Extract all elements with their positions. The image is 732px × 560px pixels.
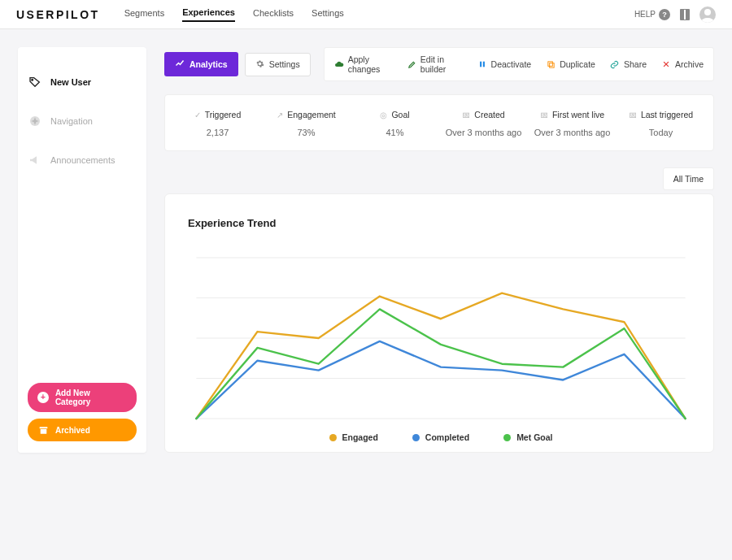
stat-value: Today bbox=[617, 128, 705, 137]
archived-label: Archived bbox=[55, 426, 90, 435]
sidebar: New User Navigation Announcements + Add … bbox=[18, 47, 146, 453]
link-icon bbox=[610, 59, 620, 69]
stat-label-text: Created bbox=[474, 110, 504, 119]
cursor-icon: ↗ bbox=[277, 111, 283, 119]
stat-label-text: Engagement bbox=[287, 110, 336, 119]
stat-value: Over 3 months ago bbox=[439, 128, 528, 137]
stats-card: ✓Triggered 2,137 ↗Engagement 73% ◎Goal 4… bbox=[164, 94, 714, 151]
svg-rect-7 bbox=[548, 61, 553, 66]
stat-label-text: Last triggered bbox=[641, 110, 693, 119]
chart-title: Experience Trend bbox=[188, 217, 694, 229]
content-area: Analytics Settings Apply changes bbox=[164, 47, 714, 453]
legend-engaged: Engaged bbox=[329, 432, 378, 442]
svg-rect-4 bbox=[480, 62, 481, 67]
analytics-label: Analytics bbox=[190, 59, 228, 69]
filter-row: All Time bbox=[164, 167, 714, 190]
top-nav: Segments Experiences Checklists Settings bbox=[124, 7, 344, 22]
edit-builder-button[interactable]: Edit in builder bbox=[401, 51, 469, 77]
help-button[interactable]: HELP ? bbox=[634, 9, 670, 20]
legend-label: Completed bbox=[425, 432, 469, 442]
tool-label: Archive bbox=[675, 59, 704, 69]
nav-settings[interactable]: Settings bbox=[312, 8, 344, 21]
archived-button[interactable]: Archived bbox=[28, 419, 137, 441]
nav-checklists[interactable]: Checklists bbox=[253, 8, 294, 21]
pencil-icon bbox=[407, 59, 416, 69]
analytics-icon bbox=[175, 59, 185, 70]
action-bar: Analytics Settings Apply changes bbox=[164, 47, 714, 81]
stat-value: 2,137 bbox=[173, 128, 262, 137]
archive-icon bbox=[37, 424, 49, 436]
tool-label: Duplicate bbox=[560, 59, 595, 69]
archive-button[interactable]: Archive bbox=[655, 56, 710, 72]
calendar-icon: 📅︎ bbox=[540, 111, 548, 119]
cloud-upload-icon bbox=[334, 59, 344, 69]
megaphone-icon bbox=[28, 153, 42, 167]
analytics-tab[interactable]: Analytics bbox=[164, 52, 238, 76]
time-range-dropdown[interactable]: All Time bbox=[663, 167, 714, 190]
stat-label-text: Triggered bbox=[205, 110, 242, 119]
svg-rect-2 bbox=[39, 427, 47, 428]
sidebar-item-announcements[interactable]: Announcements bbox=[28, 148, 137, 172]
topbar-right: HELP ? bbox=[634, 7, 716, 23]
calendar-icon: 📅︎ bbox=[462, 111, 470, 119]
nav-segments[interactable]: Segments bbox=[124, 8, 165, 21]
sidebar-item-label: Navigation bbox=[50, 116, 93, 126]
completed-dot bbox=[412, 434, 420, 441]
stat-label-text: Goal bbox=[391, 110, 409, 119]
brand-logo: USERPILOT bbox=[16, 8, 100, 21]
stat-created: 📅︎Created Over 3 months ago bbox=[439, 110, 528, 137]
pause-icon bbox=[477, 59, 487, 69]
chart-legend: Engaged Completed Met Goal bbox=[188, 432, 694, 442]
apply-changes-button[interactable]: Apply changes bbox=[328, 51, 399, 77]
stat-first-live: 📅︎First went live Over 3 months ago bbox=[528, 110, 617, 137]
sidebar-item-label: New User bbox=[50, 77, 91, 87]
stat-value: 41% bbox=[351, 128, 439, 137]
svg-rect-6 bbox=[549, 63, 554, 67]
deactivate-button[interactable]: Deactivate bbox=[471, 56, 538, 72]
stat-triggered: ✓Triggered 2,137 bbox=[173, 110, 262, 137]
stat-value: 73% bbox=[262, 128, 351, 137]
svg-rect-5 bbox=[482, 62, 484, 67]
sidebar-item-new-user[interactable]: New User bbox=[28, 70, 137, 94]
add-category-button[interactable]: + Add New Category bbox=[28, 383, 137, 412]
help-label: HELP bbox=[634, 10, 656, 19]
stat-goal: ◎Goal 41% bbox=[351, 110, 439, 137]
tool-label: Share bbox=[624, 59, 647, 69]
legend-label: Engaged bbox=[342, 432, 378, 442]
share-button[interactable]: Share bbox=[603, 56, 653, 72]
metgoal-dot bbox=[503, 434, 511, 441]
compass-icon bbox=[28, 114, 42, 128]
help-icon: ? bbox=[659, 9, 670, 20]
legend-metgoal: Met Goal bbox=[503, 432, 552, 442]
settings-tab[interactable]: Settings bbox=[245, 53, 311, 76]
user-avatar[interactable] bbox=[699, 7, 716, 23]
legend-label: Met Goal bbox=[516, 432, 552, 442]
stat-engagement: ↗Engagement 73% bbox=[262, 110, 351, 137]
calendar-icon: 📅︎ bbox=[629, 111, 637, 119]
svg-rect-3 bbox=[40, 428, 46, 433]
svg-point-0 bbox=[32, 79, 33, 80]
sidebar-item-navigation[interactable]: Navigation bbox=[28, 109, 137, 133]
topbar: USERPILOT Segments Experiences Checklist… bbox=[0, 0, 732, 29]
tool-label: Edit in builder bbox=[420, 54, 463, 74]
duplicate-button[interactable]: Duplicate bbox=[539, 56, 602, 72]
nav-experiences[interactable]: Experiences bbox=[182, 7, 235, 22]
settings-label: Settings bbox=[269, 59, 300, 69]
sidebar-item-label: Announcements bbox=[50, 155, 115, 165]
stat-label-text: First went live bbox=[552, 110, 604, 119]
gear-icon bbox=[255, 59, 264, 70]
stat-value: Over 3 months ago bbox=[528, 128, 617, 137]
check-icon: ✓ bbox=[194, 111, 201, 119]
plus-icon: + bbox=[37, 392, 49, 403]
copy-icon bbox=[546, 59, 556, 69]
x-icon bbox=[661, 59, 671, 69]
target-icon: ◎ bbox=[380, 111, 387, 119]
legend-completed: Completed bbox=[412, 432, 469, 442]
toolbar: Apply changes Edit in builder Deactivate bbox=[324, 47, 714, 81]
stat-last-triggered: 📅︎Last triggered Today bbox=[617, 110, 705, 137]
tool-label: Apply changes bbox=[348, 54, 393, 74]
add-category-label: Add New Category bbox=[55, 389, 127, 406]
tag-icon bbox=[28, 75, 42, 89]
chart-card: Experience Trend Engaged Completed Met G… bbox=[164, 193, 714, 453]
docs-icon[interactable] bbox=[680, 9, 690, 20]
